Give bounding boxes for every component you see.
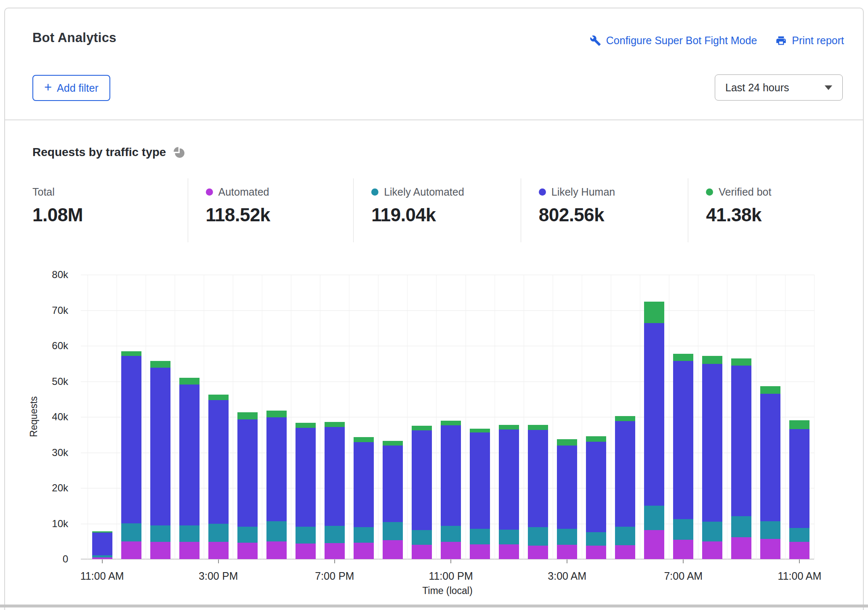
legend-dot — [206, 188, 213, 196]
configure-super-bot-fight-mode-link[interactable]: Configure Super Bot Fight Mode — [590, 34, 757, 47]
segment-likely-automated — [702, 522, 722, 541]
gridline-vertical — [378, 275, 378, 559]
plus-icon: + — [44, 81, 52, 94]
stat-likely-automated: Likely Automated119.04k — [353, 178, 521, 242]
segment-likely-human — [325, 427, 345, 526]
gridline-vertical — [262, 275, 262, 559]
segment-automated — [150, 542, 170, 559]
gridline-vertical — [291, 275, 291, 559]
segment-verified-bot — [179, 378, 200, 385]
gridline-vertical — [814, 275, 815, 559]
add-filter-button[interactable]: + Add filter — [32, 75, 110, 101]
gridline-vertical — [88, 275, 88, 559]
chart-bar-5-00-am[interactable] — [615, 275, 635, 559]
chart-bar-2-00-am[interactable] — [528, 275, 548, 559]
print-link-label: Print report — [792, 34, 844, 47]
x-tick-7-00-am: 7:00 AM — [664, 570, 703, 582]
segment-likely-human — [150, 368, 170, 525]
y-tick-60k: 60k — [22, 341, 68, 351]
segment-likely-automated — [441, 526, 461, 542]
chart-bar-2-00-pm[interactable] — [179, 275, 200, 559]
segment-automated — [441, 542, 461, 559]
stat-verified-bot: Verified bot41.38k — [688, 178, 844, 242]
section-title-row: Requests by traffic type — [32, 146, 185, 159]
gridline-vertical — [320, 275, 320, 559]
chart-bar-11-00-am[interactable] — [789, 275, 809, 559]
print-report-link[interactable]: Print report — [775, 34, 844, 47]
segment-automated — [266, 541, 287, 559]
gridline-vertical — [349, 275, 349, 559]
chart-bar-9-00-pm[interactable] — [383, 275, 403, 559]
time-range-dropdown[interactable]: Last 24 hours — [715, 74, 843, 101]
segment-likely-human — [208, 400, 229, 524]
segment-likely-automated — [150, 525, 170, 542]
segment-likely-human — [702, 364, 722, 522]
gridline-vertical — [553, 275, 553, 559]
segment-automated — [92, 557, 112, 559]
bot-analytics-card: Bot Analytics Configure Super Bot Fight … — [4, 8, 864, 610]
segment-likely-human — [615, 421, 635, 527]
x-tick-mark — [334, 560, 335, 563]
segment-automated — [325, 543, 345, 559]
chart-bar-3-00-pm[interactable] — [208, 275, 229, 559]
gridline-vertical — [146, 275, 146, 559]
segment-likely-human — [441, 425, 461, 525]
chart-bar-8-00-am[interactable] — [702, 275, 722, 559]
chart-bar-12-00-am[interactable] — [470, 275, 490, 559]
segment-verified-bot — [412, 426, 432, 430]
segment-verified-bot — [586, 436, 606, 442]
segment-likely-automated — [644, 506, 664, 530]
chart-bar-7-00-am[interactable] — [673, 275, 693, 559]
stat-label: Likely Human — [551, 186, 615, 198]
chart-bar-11-00-am[interactable] — [92, 275, 112, 559]
segment-verified-bot — [528, 425, 548, 430]
chart-bar-8-00-pm[interactable] — [354, 275, 374, 559]
segment-likely-automated — [615, 527, 635, 545]
segment-likely-human — [499, 430, 519, 529]
segment-verified-bot — [470, 429, 490, 432]
chart-bar-9-00-am[interactable] — [731, 275, 751, 559]
chart-bar-6-00-am[interactable] — [644, 275, 664, 559]
segment-likely-human — [121, 356, 141, 523]
chart-bar-1-00-am[interactable] — [499, 275, 519, 559]
segment-likely-human — [237, 419, 258, 527]
wrench-icon — [590, 35, 601, 46]
chart-bar-5-00-pm[interactable] — [266, 275, 287, 559]
gridline-vertical — [756, 275, 756, 559]
segment-verified-bot — [266, 411, 287, 417]
segment-likely-human — [354, 442, 374, 527]
chart-bar-6-00-pm[interactable] — [296, 275, 316, 559]
segment-likely-automated — [237, 527, 258, 543]
segment-likely-human — [731, 366, 751, 516]
segment-verified-bot — [789, 420, 809, 429]
chart-bar-3-00-am[interactable] — [557, 275, 577, 559]
segment-verified-bot — [673, 354, 693, 361]
chart-bar-12-00-pm[interactable] — [121, 275, 141, 559]
segment-verified-bot — [237, 412, 258, 419]
stat-automated: Automated118.52k — [188, 178, 354, 242]
segment-likely-automated — [470, 529, 490, 544]
chart-bar-7-00-pm[interactable] — [325, 275, 345, 559]
segment-automated — [528, 546, 548, 559]
x-tick-11-00-am: 11:00 AM — [80, 570, 124, 582]
traffic-type-stats: Total1.08MAutomated118.52kLikely Automat… — [32, 178, 844, 242]
y-tick-70k: 70k — [22, 305, 68, 316]
segment-verified-bot — [557, 439, 577, 446]
segment-likely-human — [557, 446, 577, 529]
y-tick-0: 0 — [22, 554, 68, 564]
chart-bar-10-00-pm[interactable] — [412, 275, 432, 559]
chart-bar-1-00-pm[interactable] — [150, 275, 170, 559]
chart-bar-4-00-am[interactable] — [586, 275, 606, 559]
segment-likely-human — [673, 361, 693, 519]
gridline-vertical — [204, 275, 204, 559]
segment-likely-human — [470, 432, 490, 529]
segment-likely-human — [789, 429, 809, 528]
segment-likely-human — [383, 446, 403, 522]
chart-bar-10-00-am[interactable] — [760, 275, 780, 559]
chart-bar-4-00-pm[interactable] — [237, 275, 258, 559]
gridline-vertical — [495, 275, 495, 559]
pie-chart-icon — [173, 146, 185, 159]
gridline-vertical — [117, 275, 117, 559]
chart-bar-11-00-pm[interactable] — [441, 275, 461, 559]
segment-automated — [237, 543, 258, 559]
